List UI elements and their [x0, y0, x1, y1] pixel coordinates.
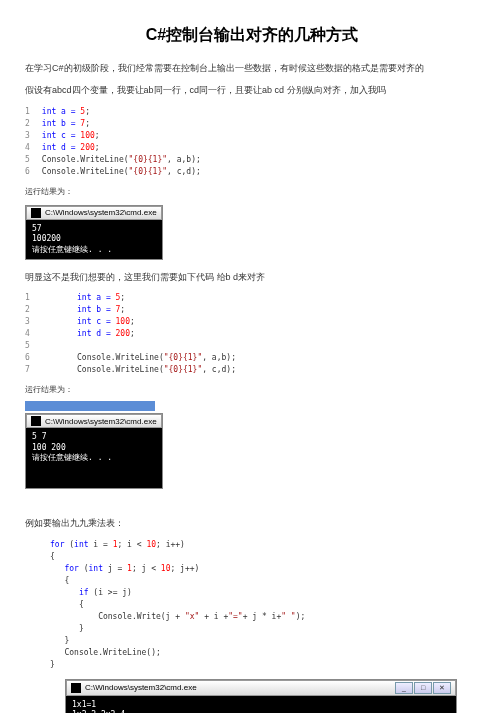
out2-l2: 100 200: [32, 443, 156, 453]
out2-l1: 5 7: [32, 432, 156, 442]
blue-strip: [25, 401, 155, 411]
close-button[interactable]: ✕: [433, 682, 451, 694]
out1-l2: 100200: [32, 234, 156, 244]
page: C#控制台输出对齐的几种方式 在学习C#的初级阶段，我们经常需要在控制台上输出一…: [0, 0, 504, 713]
cmd-icon: [71, 683, 81, 693]
cmd-window-3: C:\Windows\system32\cmd.exe_□✕ 1x1=1 1x2…: [65, 679, 457, 713]
result-label-1: 运行结果为：: [25, 186, 479, 197]
code-block-2: 1int a = 5; 2int b = 7; 3int c = 100; 4i…: [25, 292, 479, 376]
cmd-body-3: 1x1=1 1x2=2 2x2=4 1x3=3 2x3=6 3x3=9 1x4=…: [66, 696, 456, 713]
result-label-2: 运行结果为：: [25, 384, 479, 395]
cmd-icon: [31, 208, 41, 218]
paragraph-2: 假设有abcd四个变量，我要让ab同一行，cd同一行，且要让ab cd 分别纵向…: [25, 83, 479, 97]
cmd-titlebar-3: C:\Windows\system32\cmd.exe_□✕: [66, 680, 456, 696]
cmd-icon: [31, 416, 41, 426]
out2-l3: 请按任意键继续. . .: [32, 453, 156, 463]
cmd-titlebar-2: C:\Windows\system32\cmd.exe: [26, 414, 162, 428]
code-block-3: for (int i = 1; i < 10; i++) { for (int …: [25, 539, 479, 671]
cmd-titlebar-1: C:\Windows\system32\cmd.exe: [26, 206, 162, 220]
cmd-title-text: C:\Windows\system32\cmd.exe: [45, 208, 157, 217]
out3-l1: 1x1=1: [72, 700, 450, 710]
cmd-body-1: 57 100200 请按任意键继续. . .: [26, 220, 162, 259]
paragraph-3: 明显这不是我们想要的，这里我们需要如下代码 给b d来对齐: [25, 270, 479, 284]
out1-l3: 请按任意键继续. . .: [32, 245, 156, 255]
paragraph-1: 在学习C#的初级阶段，我们经常需要在控制台上输出一些数据，有时候这些数据的格式是…: [25, 61, 479, 75]
cmd-window-1: C:\Windows\system32\cmd.exe 57 100200 请按…: [25, 205, 163, 260]
min-button[interactable]: _: [395, 682, 413, 694]
max-button[interactable]: □: [414, 682, 432, 694]
cmd-title-text-3: C:\Windows\system32\cmd.exe: [85, 683, 197, 692]
cmd-window-2: C:\Windows\system32\cmd.exe 5 7 100 200 …: [25, 413, 163, 489]
out1-l1: 57: [32, 224, 156, 234]
cmd-title-text-2: C:\Windows\system32\cmd.exe: [45, 417, 157, 426]
page-title: C#控制台输出对齐的几种方式: [25, 25, 479, 46]
code-block-1: 1 int a = 5; 2 int b = 7; 3 int c = 100;…: [25, 106, 479, 178]
paragraph-4: 例如要输出九九乘法表：: [25, 516, 479, 530]
cmd-body-2: 5 7 100 200 请按任意键继续. . .: [26, 428, 162, 488]
